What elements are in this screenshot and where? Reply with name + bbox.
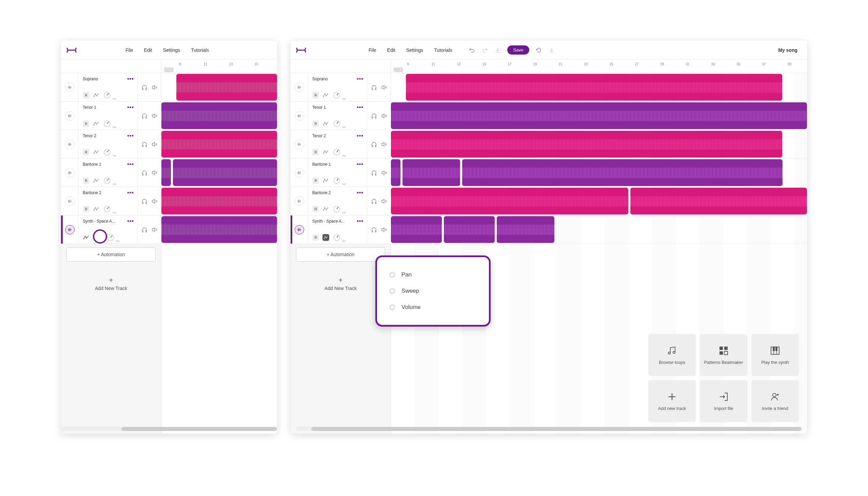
volume-knob[interactable]: Vol <box>103 205 111 213</box>
track-row[interactable]: Tenor 1••• R Vol <box>290 102 391 130</box>
track-row[interactable]: Soprano••• R Vol <box>290 73 391 102</box>
audio-clip[interactable] <box>161 216 277 243</box>
track-row[interactable]: Soprano••• R Vol <box>61 73 161 102</box>
record-toggle[interactable]: R <box>312 206 319 213</box>
menu-file[interactable]: File <box>125 47 133 53</box>
automation-icon-active[interactable] <box>323 234 329 241</box>
redo-icon[interactable] <box>481 47 488 53</box>
headphones-icon[interactable] <box>371 141 377 148</box>
automation-icon[interactable] <box>323 120 329 127</box>
record-toggle[interactable]: R <box>312 120 319 127</box>
mute-icon[interactable] <box>381 227 387 233</box>
headphones-icon[interactable] <box>141 198 148 204</box>
track-row[interactable]: Baritone 1••• R Vol <box>290 158 391 187</box>
horizontal-scrollbar[interactable] <box>391 427 802 431</box>
action-add-track[interactable]: Add new track <box>648 380 696 422</box>
volume-knob[interactable]: Vol <box>333 91 341 99</box>
audio-clip[interactable] <box>176 74 277 100</box>
playhead-handle[interactable] <box>394 67 403 72</box>
volume-knob[interactable]: Vol <box>103 91 111 99</box>
audio-clip[interactable] <box>161 159 171 186</box>
audio-clip[interactable] <box>391 159 401 186</box>
volume-knob[interactable]: Vol <box>333 233 341 242</box>
download-icon-2[interactable] <box>548 47 555 53</box>
audio-clip[interactable] <box>391 188 628 215</box>
action-browse-loops[interactable]: Browse loops <box>648 334 696 376</box>
mute-icon[interactable] <box>152 113 158 119</box>
waveform-icon[interactable] <box>65 111 75 121</box>
app-logo[interactable] <box>296 47 306 53</box>
volume-knob[interactable]: Vol <box>103 120 111 128</box>
scroll-thumb[interactable] <box>161 427 277 431</box>
track-menu-icon[interactable]: ••• <box>127 104 134 110</box>
automation-icon[interactable] <box>93 206 100 213</box>
mute-icon[interactable] <box>381 84 387 91</box>
menu-settings[interactable]: Settings <box>163 47 180 53</box>
audio-clip[interactable] <box>444 216 495 243</box>
volume-knob[interactable]: Vol <box>333 205 341 213</box>
action-play-synth[interactable]: Play the synth <box>751 334 799 376</box>
audio-clip[interactable] <box>391 216 442 243</box>
menu-tutorials[interactable]: Tutorials <box>191 47 209 53</box>
mute-icon[interactable] <box>381 198 387 204</box>
waveform-icon[interactable] <box>295 197 304 206</box>
record-toggle[interactable]: R <box>312 234 319 241</box>
clips-area[interactable] <box>161 73 277 434</box>
waveform-icon[interactable] <box>65 168 75 177</box>
waveform-icon[interactable] <box>295 111 304 121</box>
track-menu-icon[interactable]: ••• <box>127 133 134 139</box>
menu-edit[interactable]: Edit <box>144 47 152 53</box>
headphones-icon[interactable] <box>371 198 377 204</box>
mute-icon[interactable] <box>152 227 158 233</box>
waveform-icon[interactable] <box>295 225 304 234</box>
automation-icon-highlighted[interactable] <box>83 234 90 241</box>
track-menu-icon[interactable]: ••• <box>357 161 363 167</box>
headphones-icon[interactable] <box>141 170 148 176</box>
automation-icon[interactable] <box>323 177 329 184</box>
app-logo[interactable] <box>66 47 77 53</box>
headphones-icon[interactable] <box>371 227 377 233</box>
menu-file[interactable]: File <box>369 47 376 53</box>
add-automation-button[interactable]: + Automation <box>66 247 155 262</box>
popup-option-pan[interactable]: Pan <box>387 267 479 283</box>
track-row[interactable]: Baritone 2••• R Vol <box>290 187 391 216</box>
waveform-icon[interactable] <box>295 83 304 92</box>
mute-icon[interactable] <box>381 113 387 119</box>
waveform-icon[interactable] <box>295 168 304 177</box>
audio-clip[interactable] <box>161 188 277 215</box>
popup-option-sweep[interactable]: Sweep <box>387 283 479 299</box>
headphones-icon[interactable] <box>141 113 148 119</box>
audio-clip[interactable] <box>161 131 277 157</box>
headphones-icon[interactable] <box>371 170 377 176</box>
popup-option-volume[interactable]: Volume <box>387 299 479 315</box>
record-toggle[interactable]: R <box>312 92 319 98</box>
audio-clip[interactable] <box>630 188 807 215</box>
menu-edit[interactable]: Edit <box>387 47 395 53</box>
save-button[interactable]: Save <box>507 45 529 55</box>
audio-clip[interactable] <box>462 159 782 186</box>
volume-knob[interactable]: Vol <box>333 176 341 185</box>
track-menu-icon[interactable]: ••• <box>127 161 134 167</box>
automation-icon[interactable] <box>323 92 329 98</box>
timeline-ruler[interactable]: 9 11 13 15 <box>161 60 277 73</box>
track-menu-icon[interactable]: ••• <box>357 190 363 196</box>
mute-icon[interactable] <box>381 141 387 148</box>
track-menu-icon[interactable]: ••• <box>357 218 363 224</box>
action-import-file[interactable]: Import file <box>700 380 747 422</box>
scroll-thumb[interactable] <box>391 427 802 431</box>
headphones-icon[interactable] <box>371 113 377 119</box>
audio-clip[interactable] <box>391 131 782 157</box>
track-row[interactable]: Tenor 2••• R Vol <box>290 130 391 158</box>
headphones-icon[interactable] <box>371 84 377 91</box>
track-row[interactable]: Tenor 2••• R Vol <box>61 130 161 158</box>
audio-clip[interactable] <box>391 102 807 129</box>
record-toggle[interactable]: R <box>83 92 90 98</box>
record-toggle[interactable]: R <box>83 149 90 155</box>
volume-knob[interactable]: Vol <box>106 233 115 242</box>
track-menu-icon[interactable]: ••• <box>357 133 363 139</box>
volume-knob[interactable]: Vol <box>103 148 111 156</box>
headphones-icon[interactable] <box>141 141 148 148</box>
record-toggle[interactable]: R <box>312 177 319 184</box>
action-invite-friend[interactable]: Invite a friend <box>751 380 799 422</box>
track-menu-icon[interactable]: ••• <box>357 76 363 82</box>
